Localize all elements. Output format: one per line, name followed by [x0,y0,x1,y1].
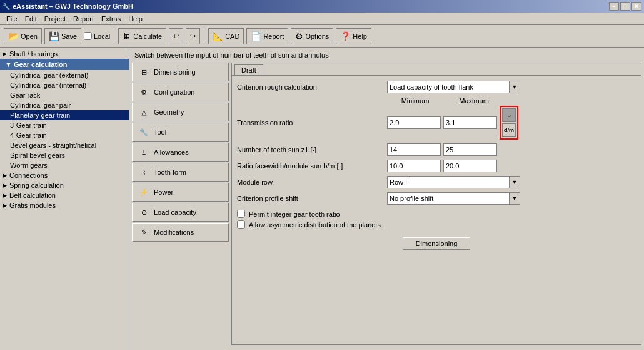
sidebar-item-cyl-ext[interactable]: Cylindrical gear (external) [0,70,129,80]
permit-integer-row: Permit integer gear tooth ratio [237,210,636,218]
panel-btn-tooth-form[interactable]: ⌇ Tooth form [132,163,229,182]
tooth-form-icon: ⌇ [138,166,150,178]
profile-shift-row: Criterion profile shift No profile shift… [237,192,636,205]
content-area: Switch between the input of number of te… [129,48,644,350]
close-button[interactable]: ✕ [631,2,641,11]
teeth-sun-min-input[interactable] [387,143,441,156]
transmission-label: Transmission ratio [237,119,387,126]
ratio-row: Ratio facewidth/module sun b/m [-] [237,160,636,172]
undo-button[interactable]: ↩ [169,28,183,44]
menu-extras[interactable]: Extras [98,14,124,24]
report-icon: 📄 [251,31,261,41]
open-button[interactable]: 📂 Open [4,28,42,44]
toolbar-sep-2 [204,29,204,44]
arrow-down-icon: ▼ [5,61,14,68]
titlebar: 🔧 eAssistant – GWJ Technology GmbH − □ ✕ [0,0,644,13]
module-row-value: Row I [387,176,509,188]
tab-draft[interactable]: Draft [234,64,263,75]
sidebar-item-cyl-pair[interactable]: Cylindrical gear pair [0,100,129,110]
module-select-combo: Row I ▼ [387,176,520,188]
arrow-right-icon: ▶ [3,51,7,57]
minimize-button[interactable]: − [609,2,619,11]
panel-btn-configuration[interactable]: ⚙ Configuration [132,83,229,101]
options-button[interactable]: ⚙ Options [291,28,333,44]
profile-shift-dropdown-arrow[interactable]: ▼ [509,192,520,205]
configuration-icon: ⚙ [138,86,150,98]
cad-icon: 📐 [213,31,223,41]
maximize-button[interactable]: □ [620,2,630,11]
modifications-icon: ✎ [138,226,150,239]
sidebar-gratis[interactable]: ▶ Gratis modules [0,200,129,210]
ratio-max-input[interactable] [443,160,497,172]
teeth-sun-max-input[interactable] [443,143,497,156]
arrow-right-icon-4: ▶ [3,192,7,198]
dimensioning-action-button[interactable]: Dimensioning [403,237,471,250]
panel-btn-allowances[interactable]: ± Allowances [132,143,229,162]
allow-asymmetric-checkbox[interactable] [237,220,245,229]
criterion-value: Load capacity of tooth flank [387,81,509,93]
sidebar-item-bevel[interactable]: Bevel gears - straight/helical [0,140,129,150]
sidebar-item-spiral-bevel[interactable]: Spiral bevel gears [0,150,129,160]
ratio-min-input[interactable] [387,160,441,172]
sidebar-spring[interactable]: ▶ Spring calculation [0,180,129,190]
arrow-right-icon-3: ▶ [3,182,7,188]
transmission-max-input[interactable] [443,116,497,129]
help-button[interactable]: ❓ Help [336,28,371,44]
menu-help[interactable]: Help [124,14,146,24]
report-button[interactable]: 📄 Report [246,28,288,44]
panel-btn-modifications[interactable]: ✎ Modifications [132,223,229,242]
calculate-button[interactable]: 🖩 Calculate [118,28,166,44]
menubar: File Edit Project Report Extras Help [0,13,644,25]
title-text: eAssistant – GWJ Technology GmbH [13,3,609,10]
transmission-min-input[interactable] [387,116,441,129]
col-headers: Minimum Maximum [387,97,636,105]
toolbar-sep-1 [114,29,114,44]
allow-asymmetric-label: Allow asymmetric distribution of the pla… [249,221,381,229]
radio-dm-group: ○ d/m [500,106,518,140]
criterion-dropdown-arrow[interactable]: ▼ [509,81,520,93]
panel-btn-load-capacity[interactable]: ⊙ Load capacity [132,203,229,222]
ratio-label: Ratio facewidth/module sun b/m [-] [237,162,387,170]
profile-shift-combo: No profile shift ▼ [387,192,520,205]
sidebar-item-worm[interactable]: Worm gears [0,160,129,170]
local-checkbox[interactable] [84,32,92,40]
main-layout: ▶ Shaft / bearings ▼ Gear calculation Cy… [0,48,644,350]
module-row: Module row Row I ▼ [237,176,636,188]
menu-file[interactable]: File [3,14,21,24]
panel-btn-geometry[interactable]: △ Geometry [132,103,229,121]
sidebar-belt[interactable]: ▶ Belt calculation [0,190,129,200]
ratio-inputs [387,160,497,172]
allow-asymmetric-row: Allow asymmetric distribution of the pla… [237,220,636,229]
arrow-right-icon-5: ▶ [3,202,7,208]
panel-btn-dimensioning[interactable]: ⊞ Dimensioning [132,63,229,81]
teeth-sun-label: Number of teeth sun z1 [-] [237,146,387,153]
permit-integer-checkbox[interactable] [237,210,245,218]
redo-button[interactable]: ↪ [186,28,200,44]
sidebar-item-gear-rack[interactable]: Gear rack [0,90,129,100]
radio-dm-btn[interactable]: d/m [502,123,516,137]
sidebar-shaft-bearings[interactable]: ▶ Shaft / bearings [0,49,129,59]
save-button[interactable]: 💾 Save [44,28,81,44]
col-min-header: Minimum [387,97,443,105]
sidebar-item-cyl-int[interactable]: Cylindrical gear (internal) [0,80,129,90]
sidebar-gear-calculation-header[interactable]: ▼ Gear calculation [0,59,129,70]
menu-edit[interactable]: Edit [21,14,41,24]
menu-project[interactable]: Project [41,14,69,24]
radio-circle-btn[interactable]: ○ [502,108,516,122]
menu-report[interactable]: Report [69,14,98,24]
window-controls: − □ ✕ [609,2,641,11]
save-icon: 💾 [49,31,59,41]
sidebar-item-4gear[interactable]: 4-Gear train [0,130,129,140]
allowances-icon: ± [138,146,150,158]
tool-icon: 🔧 [138,126,150,138]
tab-bar: Draft [232,63,641,75]
profile-shift-value: No profile shift [387,192,509,205]
cad-button[interactable]: 📐 CAD [208,28,244,44]
panel-btn-tool[interactable]: 🔧 Tool [132,123,229,142]
panel-btn-power[interactable]: ⚡ Power [132,183,229,202]
sidebar-connections[interactable]: ▶ Connections [0,170,129,180]
sidebar-item-planetary[interactable]: Planetary gear train [0,110,129,120]
sidebar-item-3gear[interactable]: 3-Gear train [0,120,129,130]
module-dropdown-arrow[interactable]: ▼ [509,176,520,188]
info-bar: Switch between the input of number of te… [132,50,641,60]
